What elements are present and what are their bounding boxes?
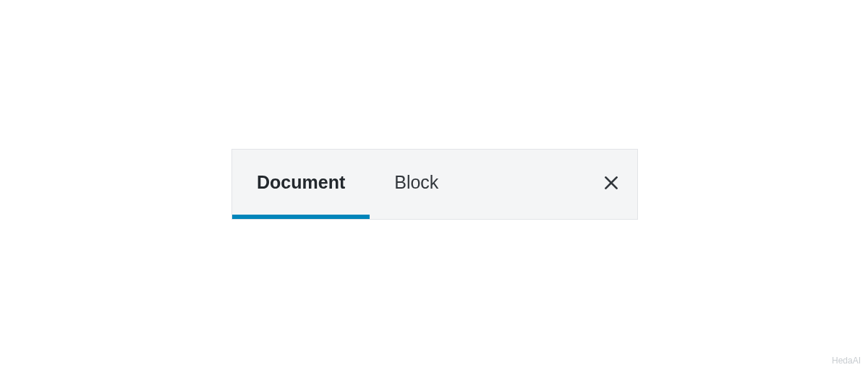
watermark: HedaAI [832,356,861,366]
sidebar-tab-panel: Document Block [231,149,638,220]
tab-block[interactable]: Block [370,150,463,219]
close-icon [602,173,621,195]
close-button[interactable] [585,150,637,219]
tab-document[interactable]: Document [232,150,370,219]
tab-list: Document Block [232,150,585,219]
tab-block-label: Block [394,172,438,193]
tab-document-label: Document [257,172,345,193]
